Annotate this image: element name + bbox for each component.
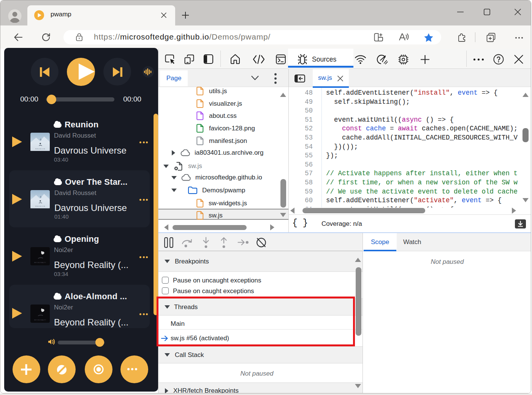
svg-text:R E U N I O N: R E U N I O N [35,148,45,150]
svg-text:BEYOND REALITY: BEYOND REALITY [34,319,46,321]
svg-text:R E U N I O N: R E U N I O N [35,205,45,207]
svg-text:BEYOND REALITY: BEYOND REALITY [34,262,46,263]
